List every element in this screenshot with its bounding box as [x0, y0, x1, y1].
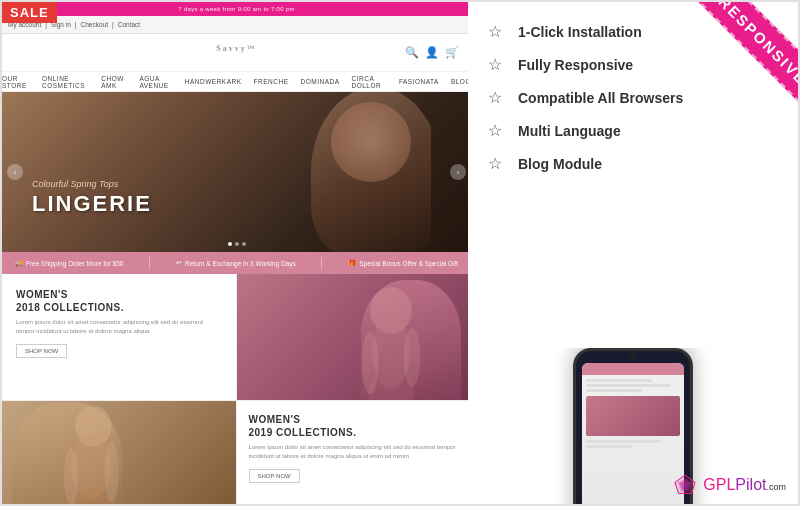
- shipping-text: Free Shipping Order More for $50: [26, 260, 124, 267]
- gpl-domain-text: .com: [766, 482, 786, 492]
- feature-text-4: Multi Language: [518, 123, 621, 139]
- store-header: Savvy™ 🔍 👤 🛒: [2, 34, 471, 72]
- left-panel: 7 days a week from 9:00 am to 7:00 pm My…: [2, 2, 472, 506]
- collection-title-1: WOMEN'S2018 COLLECTIONS.: [16, 288, 222, 314]
- phone-screen: [582, 363, 684, 506]
- info-divider-1: [149, 257, 150, 269]
- model-art-tan: [7, 401, 237, 507]
- hero-dots: [228, 242, 246, 246]
- screen-line-3: [586, 389, 642, 392]
- logo-superscript: ™: [247, 44, 257, 53]
- hero-dot-1[interactable]: [228, 242, 232, 246]
- collection-desc-2: Lorem ipsum dolor sit amet consectetur a…: [249, 443, 460, 461]
- right-panel: RESPONSIVE ☆ 1-Click Installation ☆ Full…: [468, 2, 798, 506]
- hero-dot-2[interactable]: [235, 242, 239, 246]
- screen-line-1: [586, 379, 652, 382]
- hero-arrow-left[interactable]: ‹: [7, 164, 23, 180]
- hero-subtitle: Colourful Spring Tops: [32, 179, 152, 189]
- svg-point-9: [105, 441, 119, 502]
- search-icon[interactable]: 🔍: [405, 46, 419, 59]
- hero-arrow-right[interactable]: ›: [450, 164, 466, 180]
- info-special: 🎁 Special Bonus Offer & Special Gift: [348, 259, 458, 267]
- feature-text-3: Compatible All Browsers: [518, 90, 683, 106]
- gpl-watermark: GPL Pilot .com: [672, 472, 786, 498]
- shop-btn-2[interactable]: SHOP NOW: [249, 469, 300, 483]
- top-bar-sep3: |: [112, 21, 114, 28]
- logo-text: Savvy: [216, 44, 246, 53]
- gpl-pilot-text: Pilot: [735, 476, 766, 494]
- top-bar-checkout[interactable]: Checkout: [81, 21, 108, 28]
- top-bar: My account | Sign in | Checkout | Contac…: [2, 16, 471, 34]
- collection-title-2: WOMEN'S2019 COLLECTIONS.: [249, 413, 460, 439]
- user-icon[interactable]: 👤: [425, 46, 439, 59]
- phone-product-img: [586, 396, 680, 436]
- info-shipping: 🚚 Free Shipping Order More for $50: [15, 259, 124, 267]
- feature-icon-5: ☆: [488, 154, 508, 173]
- info-return: ↩ Return & Exchange in 3 Working Days: [176, 259, 296, 267]
- store-logo: Savvy™: [216, 41, 256, 64]
- shop-btn-1[interactable]: SHOP NOW: [16, 344, 67, 358]
- sale-badge: SALE: [2, 2, 57, 23]
- screen-line-2: [586, 384, 671, 387]
- cart-icon[interactable]: 🛒: [445, 46, 459, 59]
- hero-banner: Colourful Spring Tops LINGERIE ‹ ›: [2, 92, 471, 252]
- svg-point-3: [361, 331, 378, 394]
- ribbon-text: RESPONSIVE: [672, 0, 800, 131]
- special-text: Special Bonus Offer & Special Gift: [359, 260, 458, 267]
- return-icon: ↩: [176, 259, 182, 267]
- phone-camera: [629, 355, 637, 359]
- screen-line-4: [586, 440, 661, 443]
- info-divider-2: [321, 257, 322, 269]
- nav-chow[interactable]: CHOW AMK: [101, 75, 127, 89]
- announcement-text: 7 days a week from 9:00 am to 7:00 pm: [178, 6, 295, 12]
- top-bar-contact[interactable]: Contact: [118, 21, 140, 28]
- product-bottom-left: [2, 401, 237, 507]
- gpl-logo-icon: [672, 472, 698, 498]
- svg-point-8: [64, 448, 78, 505]
- hero-title: LINGERIE: [32, 191, 152, 217]
- hero-image: [231, 92, 431, 252]
- feature-text-1: 1-Click Installation: [518, 24, 642, 40]
- responsive-ribbon: RESPONSIVE: [663, 0, 800, 172]
- nav-bar: OUR STORE ONLINE COSMETICS CHOW AMK AGUA…: [2, 72, 471, 92]
- nav-circa[interactable]: CIRCA DOLLOR: [352, 75, 387, 89]
- page-container: SALE 7 days a week from 9:00 am to 7:00 …: [0, 0, 800, 506]
- nav-fasionata[interactable]: FASIONATA: [399, 78, 439, 85]
- header-icons: 🔍 👤 🛒: [405, 46, 459, 59]
- product-top-left: WOMEN'S2018 COLLECTIONS. Lorem ipsum dol…: [2, 274, 237, 401]
- product-bottom-right: WOMEN'S2019 COLLECTIONS. Lorem ipsum dol…: [237, 401, 472, 507]
- nav-hand[interactable]: HANDWERKARK: [185, 78, 242, 85]
- gpl-text-container: GPL Pilot .com: [703, 476, 786, 494]
- shipping-icon: 🚚: [15, 259, 23, 267]
- nav-online[interactable]: ONLINE COSMETICS: [42, 75, 89, 89]
- nav-agua[interactable]: AGUA AVENUE: [139, 75, 172, 89]
- feature-text-2: Fully Responsive: [518, 57, 633, 73]
- gift-icon: 🎁: [348, 259, 356, 267]
- return-text: Return & Exchange in 3 Working Days: [185, 260, 296, 267]
- feature-icon-2: ☆: [488, 55, 508, 74]
- nav-our-store[interactable]: OUR STORE: [2, 75, 30, 89]
- screen-line-5: [586, 445, 633, 448]
- phone-screen-body: [582, 375, 684, 454]
- product-grid: WOMEN'S2018 COLLECTIONS. Lorem ipsum dol…: [2, 274, 471, 506]
- product-top-right: [237, 274, 472, 401]
- collection-desc-1: Lorem ipsum dolor sit amet consectetur a…: [16, 318, 222, 336]
- feature-icon-3: ☆: [488, 88, 508, 107]
- phone-screen-header: [582, 363, 684, 375]
- feature-icon-4: ☆: [488, 121, 508, 140]
- nav-frenche[interactable]: FRENCHE: [254, 78, 289, 85]
- nav-dominada[interactable]: DOMINADA: [300, 78, 339, 85]
- announcement-bar: 7 days a week from 9:00 am to 7:00 pm: [2, 2, 471, 16]
- info-bar: 🚚 Free Shipping Order More for $50 ↩ Ret…: [2, 252, 471, 274]
- feature-icon-1: ☆: [488, 22, 508, 41]
- svg-point-4: [403, 328, 420, 387]
- top-bar-sep2: |: [75, 21, 77, 28]
- feature-text-5: Blog Module: [518, 156, 602, 172]
- hero-text: Colourful Spring Tops LINGERIE: [32, 179, 152, 217]
- hero-dot-3[interactable]: [242, 242, 246, 246]
- model-art-pink: [237, 279, 467, 401]
- gpl-gpl-text: GPL: [703, 476, 735, 494]
